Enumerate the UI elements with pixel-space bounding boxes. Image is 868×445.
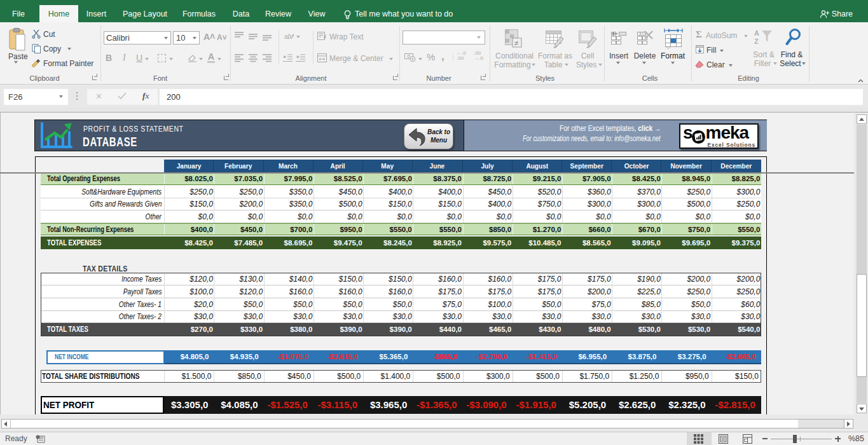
- svg-text:ab: ab: [284, 33, 292, 40]
- svg-text:A: A: [754, 29, 759, 37]
- svg-text:≠: ≠: [514, 39, 519, 48]
- svg-text:Z: Z: [754, 38, 759, 45]
